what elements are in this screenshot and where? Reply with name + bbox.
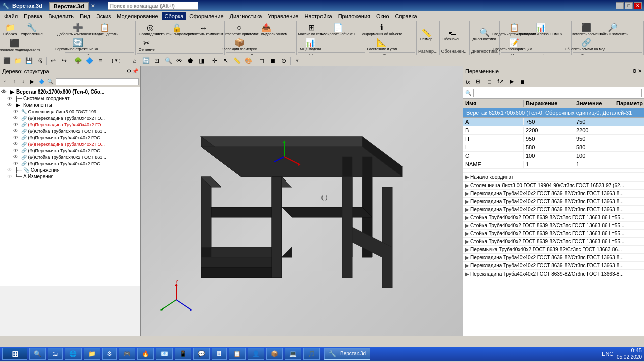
vars-comp-perekladina6[interactable]: ▶ Перекладина Труба40x40x2 ГОСТ 8639-82/… <box>463 270 644 278</box>
menu-diag[interactable]: Диагностика <box>227 12 265 20</box>
taskbar-search[interactable]: 🔍 <box>29 348 46 360</box>
vars-btn-stop[interactable]: ⏹ <box>518 77 528 86</box>
tb2-select[interactable]: ↖ <box>221 56 231 65</box>
tb2-new[interactable]: ⬛ <box>2 56 12 65</box>
close-button[interactable]: ✕ <box>634 2 642 9</box>
tree-item-peremychka3[interactable]: 👁 🔗 (⊕)Перемычка Труба40x40x2 ГОС... <box>1 160 139 167</box>
left-panel-settings-btn[interactable]: ⚙ <box>127 68 131 74</box>
tb2-tree[interactable]: 🌳 <box>73 56 83 65</box>
tb2-save[interactable]: 💾 <box>24 56 34 65</box>
tree-item-perekladina2[interactable]: 👁 🔗 (⊕)Перекладина Труба40x40x2 ГО... <box>1 121 139 128</box>
taskbar-settings[interactable]: ⚙ <box>102 348 117 360</box>
taskbar-user[interactable]: 👤 <box>248 348 264 360</box>
tb-manage-drawing[interactable]: 📊Управление и связанными ч... <box>528 22 554 37</box>
tree-tb-down[interactable]: ↓ <box>19 77 28 86</box>
tree-item-stoleshnica[interactable]: 👁 🔧 Столешница Лист3.00 ГОСТ 199... <box>1 108 139 115</box>
tb-manage[interactable]: 🔧Управление <box>19 22 44 37</box>
tb2-orbit[interactable]: 🔄 <box>141 56 151 65</box>
tree-search-input[interactable] <box>56 78 139 85</box>
vars-btn-3[interactable]: f↗ <box>496 77 506 86</box>
taskbar-chat[interactable]: 💬 <box>193 348 210 360</box>
menu-sketch[interactable]: Эскиз <box>93 12 114 20</box>
taskbar-ie[interactable]: 🌐 <box>65 348 82 360</box>
menu-help[interactable]: Справка <box>392 12 420 20</box>
tree-item-peremychka2[interactable]: 👁 🔗 (⊕)Перемычка Труба40x40x2 ГОС... <box>1 147 139 154</box>
eye-icon-6[interactable]: 👁 <box>13 141 20 147</box>
taskbar-game[interactable]: 🎮 <box>119 348 135 360</box>
vars-comp-stoika2[interactable]: ▶ Стойка Труба40x40x2 ГОСТ 8639-82/Ст3пс… <box>463 222 644 230</box>
tb2-home[interactable]: ⌂ <box>130 56 140 65</box>
tb-create-spec[interactable]: 📝Создать спецификацию... <box>501 37 527 52</box>
vars-comp-stoleshnica[interactable]: ▶ Столешница Лист3.00 ГОСТ 19904-90/Ст3п… <box>463 182 644 190</box>
tb-array-grid[interactable]: ⊞Массив по сетке <box>298 22 325 37</box>
tb-find-replace[interactable]: 🔎Найти и заменить <box>600 22 626 37</box>
tb2-open[interactable]: 📁 <box>13 56 23 65</box>
vars-comp-perekladina4[interactable]: ▶ Перекладина Труба40x40x2 ГОСТ 8639-82/… <box>463 254 644 262</box>
eye-icon-components[interactable]: 👁 <box>7 102 14 108</box>
vars-comp-perekladina2[interactable]: ▶ Перекладина Труба40x40x2 ГОСТ 8639-82/… <box>463 198 644 206</box>
tb2-render-mode[interactable]: 👁 <box>174 56 184 65</box>
taskbar-clipboard[interactable]: 📋 <box>229 348 246 360</box>
tb-solid-model[interactable]: ⬛Твердотельное моделирование <box>2 38 28 52</box>
menu-select[interactable]: Выделить <box>45 12 77 20</box>
vars-comp-stoika3[interactable]: ▶ Стойка Труба40x40x2 ГОСТ 8639-82/Ст3пс… <box>463 230 644 238</box>
menu-window[interactable]: Окно <box>373 12 392 20</box>
vars-comp-peremychka1[interactable]: ▶ Перемычка Труба40x40x2 ГОСТ 8639-82/Ст… <box>463 246 644 254</box>
eye-icon-root[interactable]: 👁 <box>1 89 8 95</box>
tree-tb-home[interactable]: ⌂ <box>1 77 10 86</box>
tab-close-btn[interactable]: ✕ <box>91 3 95 9</box>
tree-tb-up[interactable]: ↑ <box>10 77 19 86</box>
tb2-print[interactable]: 🖨 <box>35 56 45 65</box>
tb-copy-objects[interactable]: 📄Копировать объекты <box>325 22 351 37</box>
right-panel-pin-btn[interactable]: ✕ <box>638 68 642 74</box>
right-panel-settings-btn[interactable]: ⚙ <box>632 68 637 74</box>
eye-icon-coords[interactable]: 👁 <box>7 96 14 101</box>
tb-extrude-cut[interactable]: 📤Вырезать выдавливанием <box>253 22 279 37</box>
tb-mch[interactable]: 📊МЦХ модели <box>298 37 323 52</box>
tb2-snap[interactable]: ✛ <box>210 56 220 65</box>
center-canvas[interactable]: ( ) Y <box>141 66 463 336</box>
tb2-undo[interactable]: ↩ <box>48 56 58 65</box>
start-button[interactable]: ⊞ <box>2 348 27 360</box>
tree-item-root[interactable]: 👁 ▶ Верстак 620x1700x600 (Тел-0, Сбо... <box>1 88 139 95</box>
vars-comp-start[interactable]: ▶ Начало координат <box>463 173 644 182</box>
maximize-button[interactable]: □ <box>625 2 633 9</box>
menu-edit[interactable]: Правка <box>21 12 45 20</box>
tb2-hide[interactable]: ◻ <box>257 56 267 65</box>
tb-move-component[interactable]: ↔Переместить компонент <box>190 22 216 37</box>
vars-btn-1[interactable]: ⊞ <box>473 77 484 86</box>
taskbar-package[interactable]: 📦 <box>266 348 283 360</box>
vars-row-NAME[interactable]: NAME 1 1 Верстак... <box>463 160 644 169</box>
tb-add-component[interactable]: ➕Добавить компонент из... <box>65 22 91 37</box>
tb2-show[interactable]: ◼ <box>268 56 278 65</box>
menu-file[interactable]: Файл <box>1 12 21 20</box>
tb-geometry-collection[interactable]: 📦Коллекция геометрии <box>226 37 253 52</box>
vars-row-H[interactable]: H 950 950 <box>463 135 644 143</box>
taskbar-taskview[interactable]: 🗂 <box>48 348 63 360</box>
tb-insert-element[interactable]: ⬛Вставить элемент <box>573 22 599 37</box>
tb2-filter[interactable]: 🔷 <box>84 56 94 65</box>
taskbar-music[interactable]: 🎵 <box>303 348 320 360</box>
vars-btn-2[interactable]: □ <box>485 77 495 86</box>
taskbar-active-app[interactable]: 🔧 Верстак.3d <box>324 348 370 360</box>
tb2-filter-display[interactable]: ▼ <box>292 56 302 65</box>
taskbar-mail[interactable]: 📧 <box>156 348 173 360</box>
taskbar-app1[interactable]: 🔥 <box>137 348 154 360</box>
eye-icon-9[interactable]: 👁 <box>13 161 20 166</box>
vars-row-A[interactable]: A 750 750 <box>463 118 644 126</box>
menu-manage[interactable]: Управление <box>265 12 301 20</box>
tb2-isolate[interactable]: ⊙ <box>279 56 289 65</box>
tree-item-components-folder[interactable]: 👁 ▶ Компоненты <box>1 102 139 108</box>
tree-item-peremychka1[interactable]: 👁 🔗 (⊕)Перемычка Труба40x40x2 ГОС... <box>1 134 139 141</box>
tb-section[interactable]: ✂Сечение <box>137 38 156 53</box>
vars-comp-perekladina3[interactable]: ▶ Перекладина Труба40x40x2 ГОСТ 8639-82/… <box>463 206 644 214</box>
tree-tb-filter[interactable]: 🔷 <box>37 77 46 86</box>
eye-icon-3[interactable]: 👁 <box>13 122 20 127</box>
tree-item-coords[interactable]: 👁 ├─ Системы координат <box>1 95 139 102</box>
taskbar-phone[interactable]: 📱 <box>175 348 191 360</box>
vars-comp-perekladina5[interactable]: ▶ Перекладина Труба40x40x2 ГОСТ 8639-82/… <box>463 262 644 270</box>
eye-icon-8[interactable]: 👁 <box>13 154 20 160</box>
tb2-color[interactable]: 🎨 <box>243 56 253 65</box>
eye-icon-2[interactable]: 👁 <box>13 115 20 121</box>
menu-model[interactable]: Моделирование <box>114 12 161 20</box>
